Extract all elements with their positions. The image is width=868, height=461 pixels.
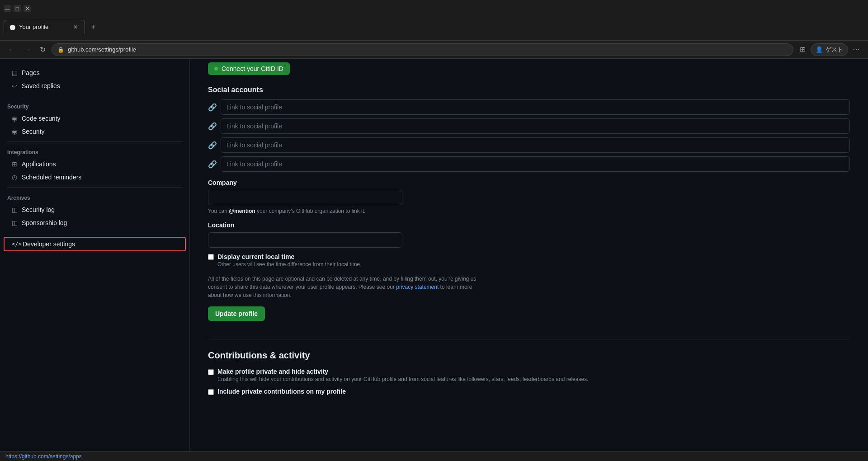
sidebar-item-saved-replies[interactable]: ↩ Saved replies bbox=[4, 80, 186, 92]
nav-right-buttons: ⊞ 👤 ゲスト ⋯ bbox=[796, 43, 863, 56]
app-container: ▤ Pages ↩ Saved replies Security ◉ Code … bbox=[0, 59, 868, 461]
contributions-title: Contributions & activity bbox=[208, 339, 850, 361]
link-icon-1: 🔗 bbox=[208, 103, 217, 112]
sidebar-section-archives: Archives bbox=[0, 191, 189, 203]
link-icon-2: 🔗 bbox=[208, 122, 217, 131]
social-input-1[interactable] bbox=[221, 99, 850, 115]
window-controls: — □ ✕ bbox=[4, 5, 31, 12]
sidebar-item-label: Developer settings bbox=[23, 240, 75, 248]
include-private-checkbox[interactable] bbox=[208, 389, 214, 395]
sidebar-item-label: Pages bbox=[22, 69, 40, 76]
sidebar-item-sponsorship-log[interactable]: ◫ Sponsorship log bbox=[4, 216, 186, 229]
sidebar-item-label: Scheduled reminders bbox=[22, 174, 81, 181]
refresh-button[interactable]: ↻ bbox=[36, 43, 49, 56]
sidebar-divider-3 bbox=[7, 187, 182, 188]
close-button[interactable]: ✕ bbox=[24, 5, 31, 12]
link-icon-3: 🔗 bbox=[208, 141, 217, 150]
tab-close-button[interactable]: ✕ bbox=[72, 24, 79, 31]
make-private-label-container: Make profile private and hide activity E… bbox=[217, 368, 588, 382]
connect-gitid-button[interactable]: Connect your GitID ID bbox=[208, 62, 290, 75]
sidebar: ▤ Pages ↩ Saved replies Security ◉ Code … bbox=[0, 59, 190, 461]
company-label: Company bbox=[208, 179, 850, 186]
connect-dot-icon bbox=[214, 67, 218, 71]
sidebar-section-security: Security bbox=[0, 100, 189, 112]
location-input[interactable] bbox=[208, 232, 402, 248]
sidebar-item-developer-settings[interactable]: </> Developer settings bbox=[4, 237, 186, 251]
reminders-icon: ◷ bbox=[11, 174, 18, 181]
sidebar-divider-1 bbox=[7, 96, 182, 96]
display-local-time-label-container: Display current local time Other users w… bbox=[217, 253, 362, 268]
connect-btn-label: Connect your GitID ID bbox=[222, 65, 283, 72]
back-button[interactable]: ← bbox=[5, 43, 18, 56]
pages-icon: ▤ bbox=[11, 69, 18, 76]
include-private-row: Include private contributions on my prof… bbox=[208, 388, 850, 395]
sponsorship-log-icon: ◫ bbox=[11, 219, 18, 226]
social-input-2[interactable] bbox=[221, 118, 850, 134]
sidebar-section-integrations: Integrations bbox=[0, 146, 189, 157]
sidebar-item-applications[interactable]: ⊞ Applications bbox=[4, 158, 186, 170]
make-private-row: Make profile private and hide activity E… bbox=[208, 368, 850, 382]
title-bar: — □ ✕ bbox=[0, 0, 868, 17]
company-input[interactable] bbox=[208, 190, 402, 205]
security-log-icon: ◫ bbox=[11, 206, 18, 213]
new-tab-button[interactable]: + bbox=[87, 21, 99, 33]
company-hint: You can @mention your company's GitHub o… bbox=[208, 208, 850, 214]
display-local-time-desc: Other users will see the time difference… bbox=[217, 261, 362, 268]
sidebar-item-pages[interactable]: ▤ Pages bbox=[4, 66, 186, 79]
profile-button[interactable]: 👤 ゲスト bbox=[811, 43, 848, 56]
translate-button[interactable]: ⊞ bbox=[796, 43, 809, 56]
applications-icon: ⊞ bbox=[11, 160, 18, 168]
display-local-time-label: Display current local time bbox=[217, 253, 362, 260]
code-security-icon: ◉ bbox=[11, 115, 18, 122]
forward-button[interactable]: → bbox=[21, 43, 33, 56]
sidebar-item-security-log[interactable]: ◫ Security log bbox=[4, 203, 186, 216]
developer-settings-icon: </> bbox=[12, 241, 19, 247]
include-private-label: Include private contributions on my prof… bbox=[217, 388, 346, 395]
address-bar[interactable]: 🔒 github.com/settings/profile bbox=[52, 43, 793, 56]
sidebar-divider-4 bbox=[7, 233, 182, 233]
sidebar-item-label: Applications bbox=[22, 160, 56, 168]
display-local-time-row: Display current local time Other users w… bbox=[208, 253, 850, 268]
maximize-button[interactable]: □ bbox=[14, 5, 21, 12]
main-content: Connect your GitID ID Social accounts 🔗 … bbox=[190, 59, 868, 461]
menu-button[interactable]: ⋯ bbox=[850, 43, 863, 56]
make-private-desc: Enabling this will hide your contributio… bbox=[217, 376, 588, 382]
update-profile-button[interactable]: Update profile bbox=[208, 306, 265, 321]
browser-chrome: — □ ✕ ⬤ Your profile ✕ + bbox=[0, 0, 868, 41]
make-private-label: Make profile private and hide activity bbox=[217, 368, 588, 375]
social-input-row-2: 🔗 bbox=[208, 118, 850, 134]
social-accounts-title: Social accounts bbox=[208, 86, 850, 94]
saved-replies-icon: ↩ bbox=[11, 82, 18, 89]
sidebar-item-security[interactable]: ◉ Security bbox=[4, 125, 186, 138]
sidebar-item-code-security[interactable]: ◉ Code security bbox=[4, 112, 186, 125]
make-private-checkbox[interactable] bbox=[208, 369, 214, 375]
sidebar-item-label: Security log bbox=[22, 206, 55, 213]
social-input-3[interactable] bbox=[221, 137, 850, 153]
social-input-4[interactable] bbox=[221, 156, 850, 172]
include-private-label-container: Include private contributions on my prof… bbox=[217, 388, 346, 395]
sidebar-item-scheduled-reminders[interactable]: ◷ Scheduled reminders bbox=[4, 171, 186, 183]
lock-icon: 🔒 bbox=[57, 47, 64, 53]
address-text: github.com/settings/profile bbox=[68, 46, 136, 53]
status-bar: https://github.com/settings/apps bbox=[0, 451, 868, 461]
nav-bar: ← → ↻ 🔒 github.com/settings/profile ⊞ 👤 … bbox=[0, 41, 868, 59]
location-label: Location bbox=[208, 221, 850, 229]
security-icon: ◉ bbox=[11, 128, 18, 135]
minimize-button[interactable]: — bbox=[4, 5, 11, 12]
tab-title: Your profile bbox=[19, 24, 68, 30]
tab-favicon-icon: ⬤ bbox=[9, 24, 15, 30]
social-input-row-3: 🔗 bbox=[208, 137, 850, 153]
profile-label: ゲスト bbox=[826, 46, 843, 54]
link-icon-4: 🔗 bbox=[208, 160, 217, 169]
display-local-time-checkbox[interactable] bbox=[208, 254, 214, 260]
privacy-statement-link[interactable]: privacy statement bbox=[396, 284, 439, 290]
status-url: https://github.com/settings/apps bbox=[5, 453, 82, 460]
sidebar-item-label: Security bbox=[22, 128, 45, 135]
sidebar-item-label: Sponsorship log bbox=[22, 219, 67, 226]
social-input-row-4: 🔗 bbox=[208, 156, 850, 172]
profile-avatar-icon: 👤 bbox=[816, 46, 823, 53]
active-tab[interactable]: ⬤ Your profile ✕ bbox=[4, 20, 85, 33]
social-input-row-1: 🔗 bbox=[208, 99, 850, 115]
sidebar-item-label: Code security bbox=[22, 115, 61, 122]
sidebar-divider-2 bbox=[7, 141, 182, 142]
